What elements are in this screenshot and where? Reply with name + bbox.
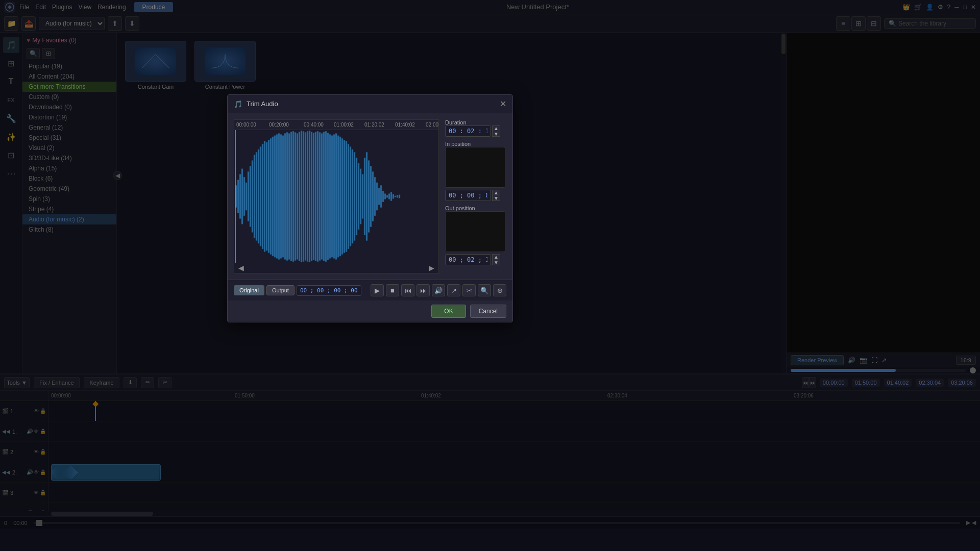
svg-rect-31 xyxy=(284,134,286,260)
svg-rect-50 xyxy=(323,132,325,261)
audio-toggle-button[interactable]: 🔊 xyxy=(432,284,445,296)
svg-rect-58 xyxy=(339,137,341,256)
duration-section: Duration ▲▼ xyxy=(445,119,506,137)
modal-overlay: 🎵 Trim Audio ✕ 00:00:00 00:20:00 00:40:0… xyxy=(0,0,980,551)
svg-rect-51 xyxy=(325,131,327,262)
trim-audio-modal: 🎵 Trim Audio ✕ 00:00:00 00:20:00 00:40:0… xyxy=(227,94,513,322)
out-position-spinner[interactable]: ▲▼ xyxy=(492,254,500,265)
svg-rect-56 xyxy=(335,134,337,260)
ruler-mark-2: 00:40:00 xyxy=(304,122,324,128)
cut-button[interactable]: ✂ xyxy=(462,284,476,296)
ok-button[interactable]: OK xyxy=(431,305,465,318)
output-tab[interactable]: Output xyxy=(266,285,295,295)
svg-rect-41 xyxy=(305,132,306,260)
svg-rect-25 xyxy=(272,137,274,256)
in-position-section: In position ▲▼ xyxy=(445,141,506,201)
svg-rect-40 xyxy=(303,131,304,262)
zoom-out-button[interactable]: 🔍 xyxy=(478,284,491,296)
waveform-navigation: ◀ ▶ xyxy=(234,263,438,273)
cancel-button[interactable]: Cancel xyxy=(470,305,506,318)
svg-rect-29 xyxy=(280,135,282,259)
svg-rect-57 xyxy=(337,136,339,257)
svg-rect-54 xyxy=(331,136,333,257)
in-position-preview xyxy=(445,147,505,188)
original-tab[interactable]: Original xyxy=(234,285,264,295)
svg-rect-76 xyxy=(376,183,378,210)
svg-rect-26 xyxy=(274,136,276,257)
waveform-ruler: 00:00:00 00:20:00 00:40:00 01:00:02 01:2… xyxy=(234,120,438,130)
svg-rect-28 xyxy=(278,134,280,260)
svg-rect-33 xyxy=(288,134,290,260)
prev-frame-button[interactable]: ⏮ xyxy=(401,284,414,296)
svg-rect-53 xyxy=(329,135,331,259)
svg-rect-48 xyxy=(319,132,321,260)
svg-rect-49 xyxy=(321,134,323,260)
svg-rect-78 xyxy=(380,185,382,207)
svg-rect-44 xyxy=(311,132,312,261)
svg-rect-83 xyxy=(390,192,392,201)
export-button[interactable]: ↗ xyxy=(447,284,460,296)
current-time-display: 00 ; 00 ; 00 ; 00 xyxy=(297,285,361,296)
waveform-canvas xyxy=(234,130,438,263)
duration-spinner[interactable]: ▲▼ xyxy=(492,126,500,137)
svg-rect-84 xyxy=(393,194,394,199)
stop-button[interactable]: ■ xyxy=(386,284,399,296)
svg-rect-64 xyxy=(352,149,353,243)
svg-rect-87 xyxy=(399,195,400,198)
svg-rect-77 xyxy=(378,188,380,205)
zoom-in-button[interactable]: ⊕ xyxy=(493,284,506,296)
next-frame-button[interactable]: ⏭ xyxy=(416,284,430,296)
in-position-label: In position xyxy=(445,141,506,147)
duration-row: ▲▼ xyxy=(445,126,506,137)
modal-title: Trim Audio xyxy=(247,100,496,108)
svg-rect-32 xyxy=(286,132,288,260)
svg-rect-79 xyxy=(382,191,384,202)
svg-rect-34 xyxy=(290,132,292,261)
in-position-spinner[interactable]: ▲▼ xyxy=(492,190,500,201)
svg-rect-10 xyxy=(241,169,243,224)
modal-footer: OK Cancel xyxy=(228,300,512,322)
duration-input[interactable] xyxy=(445,126,491,137)
waveform-next-arrow[interactable]: ▶ xyxy=(425,264,438,272)
ruler-mark-0: 00:00:00 xyxy=(236,122,256,128)
svg-rect-55 xyxy=(333,135,335,259)
svg-rect-52 xyxy=(327,133,329,260)
ruler-mark-3: 01:00:02 xyxy=(334,122,354,128)
svg-rect-12 xyxy=(246,183,247,210)
out-position-input[interactable] xyxy=(445,254,491,265)
svg-rect-23 xyxy=(268,140,270,253)
svg-rect-14 xyxy=(250,166,251,227)
waveform-area: 00:00:00 00:20:00 00:40:00 01:00:02 01:2… xyxy=(234,119,439,273)
svg-rect-8 xyxy=(237,180,239,213)
svg-rect-71 xyxy=(366,152,368,240)
modal-header: 🎵 Trim Audio ✕ xyxy=(228,95,512,113)
svg-rect-47 xyxy=(317,131,318,262)
svg-rect-80 xyxy=(384,194,386,199)
svg-rect-46 xyxy=(315,132,316,261)
svg-rect-66 xyxy=(356,158,357,235)
svg-rect-85 xyxy=(395,196,396,197)
in-position-input[interactable] xyxy=(445,190,491,201)
svg-rect-13 xyxy=(248,171,249,221)
out-position-preview xyxy=(445,211,505,252)
svg-rect-39 xyxy=(301,131,302,262)
duration-label: Duration xyxy=(445,119,506,126)
svg-rect-18 xyxy=(258,149,259,243)
svg-rect-24 xyxy=(270,138,272,255)
modal-close-button[interactable]: ✕ xyxy=(500,99,506,109)
svg-rect-70 xyxy=(364,158,365,235)
svg-rect-11 xyxy=(243,177,245,216)
out-position-label: Out position xyxy=(445,205,506,211)
svg-rect-62 xyxy=(348,144,349,249)
play-button[interactable]: ▶ xyxy=(371,284,384,296)
in-position-row: ▲▼ xyxy=(445,190,506,201)
ruler-mark-1: 00:20:00 xyxy=(269,122,289,128)
svg-rect-86 xyxy=(397,195,398,197)
svg-rect-22 xyxy=(266,142,267,251)
svg-rect-67 xyxy=(358,163,359,230)
svg-rect-36 xyxy=(295,132,296,260)
svg-rect-9 xyxy=(239,174,241,219)
waveform-prev-arrow[interactable]: ◀ xyxy=(234,264,248,272)
waveform-svg xyxy=(234,130,438,263)
svg-rect-37 xyxy=(297,134,298,260)
